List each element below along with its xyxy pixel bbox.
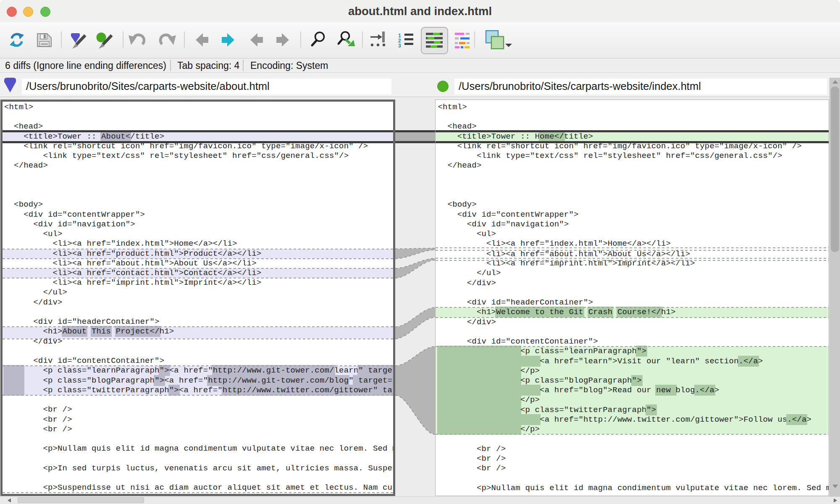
svg-text:3: 3 <box>398 43 401 49</box>
